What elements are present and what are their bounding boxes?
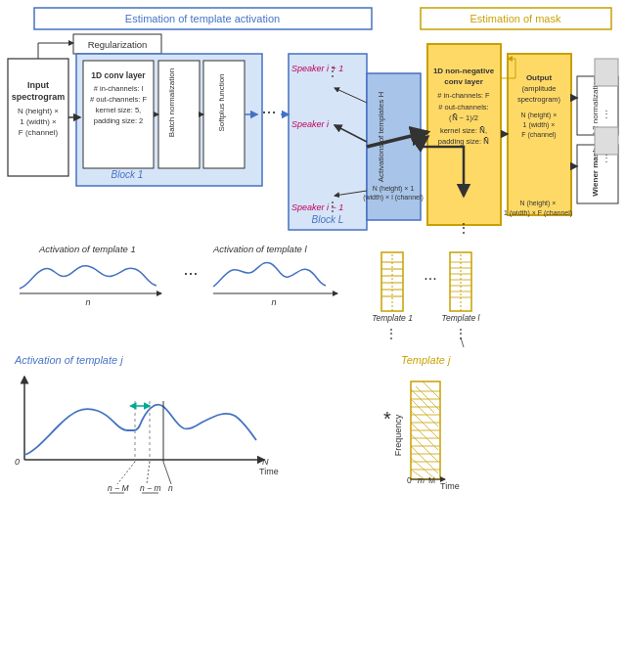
- speaker-i: Speaker i: [291, 119, 330, 129]
- svg-text:⋮: ⋮: [457, 220, 470, 236]
- svg-text:conv layer: conv layer: [444, 77, 483, 86]
- svg-line-97: [147, 462, 150, 484]
- svg-text:⋮: ⋮: [602, 109, 611, 119]
- multiply-symbol: *: [383, 408, 391, 429]
- svg-text:F (channel): F (channel): [521, 131, 556, 139]
- gold-section-label: Estimation of mask: [470, 13, 561, 24]
- svg-text:···: ···: [261, 102, 276, 121]
- act-template-j-title: Activation of template j: [14, 354, 123, 366]
- svg-text:# out-channels:: # out-channels:: [438, 103, 488, 112]
- svg-text:kernel size: N̄,: kernel size: N̄,: [440, 126, 487, 135]
- svg-rect-16: [158, 61, 200, 168]
- freq-label: Frequency: [393, 414, 403, 456]
- svg-text:···: ···: [424, 270, 436, 287]
- svg-rect-127: [595, 127, 618, 155]
- svg-text:Time: Time: [440, 481, 460, 491]
- svg-text:padding size: N̄: padding size: N̄: [438, 137, 489, 146]
- svg-text:(amplitude: (amplitude: [521, 84, 556, 93]
- svg-text:Block L: Block L: [312, 214, 344, 225]
- svg-text:Activations of templates H: Activations of templates H: [377, 92, 385, 183]
- svg-text:Softplus function: Softplus function: [217, 73, 226, 131]
- svg-text:padding size: 2: padding size: 2: [94, 116, 143, 125]
- svg-text:Block 1: Block 1: [112, 169, 144, 180]
- svg-text:0: 0: [15, 457, 20, 467]
- svg-text:n: n: [271, 297, 276, 307]
- svg-text:1D conv layer: 1D conv layer: [91, 70, 146, 80]
- svg-line-54: [421, 137, 427, 142]
- svg-text:(N̄ − 1)/2: (N̄ − 1)/2: [449, 113, 478, 122]
- svg-text:# out-channels: F: # out-channels: F: [90, 95, 147, 104]
- svg-text:Batch normalization: Batch normalization: [167, 68, 176, 137]
- svg-text:⋮: ⋮: [385, 327, 397, 340]
- svg-text:N (height) ×: N (height) ×: [520, 200, 557, 207]
- svg-text:n − M: n − M: [108, 483, 129, 493]
- svg-text:# in-channels: F: # in-channels: F: [437, 91, 490, 100]
- svg-text:1D non-negative: 1D non-negative: [433, 67, 495, 75]
- svg-text:⋮: ⋮: [602, 153, 611, 163]
- regularization-label: Regularization: [88, 39, 148, 50]
- act-template-1-label: Activation of template 1: [38, 244, 136, 254]
- svg-text:···: ···: [183, 263, 198, 283]
- svg-text:F (channel): F (channel): [19, 128, 59, 137]
- svg-text:N: N: [262, 457, 269, 467]
- svg-text:M: M: [428, 475, 435, 485]
- svg-text:1 (width) ×: 1 (width) ×: [20, 117, 57, 126]
- svg-text:Output: Output: [526, 73, 553, 82]
- svg-text:N (height) ×: N (height) ×: [18, 107, 59, 115]
- svg-text:kernel size: 5,: kernel size: 5,: [96, 106, 141, 114]
- svg-text:spectrogram): spectrogram): [517, 95, 561, 104]
- svg-text:0: 0: [407, 475, 412, 485]
- svg-text:spectrogram: spectrogram: [12, 92, 66, 102]
- svg-text:1 (width) × F (channel): 1 (width) × F (channel): [504, 209, 572, 217]
- svg-text:⋮: ⋮: [327, 200, 338, 213]
- svg-text:n: n: [168, 483, 173, 493]
- svg-text:N (height) ×: N (height) ×: [521, 112, 558, 119]
- main-diagram-svg: Estimation of template activation Estima…: [0, 0, 626, 672]
- svg-line-96: [117, 462, 135, 484]
- svg-text:(width) × l (channel): (width) × l (channel): [363, 194, 424, 202]
- svg-text:# in-channels: l: # in-channels: l: [94, 84, 144, 93]
- template-j-title: Template j: [401, 354, 451, 366]
- svg-text:n: n: [85, 297, 90, 307]
- svg-rect-126: [595, 59, 618, 86]
- svg-text:N (height) × 1: N (height) × 1: [373, 185, 415, 193]
- act-template-l-label: Activation of template l: [212, 244, 307, 254]
- svg-text:Template l: Template l: [442, 313, 481, 323]
- diagram-container: Estimation of template activation Estima…: [0, 0, 626, 672]
- svg-text:n − m: n − m: [140, 483, 161, 493]
- svg-text:Time: Time: [259, 467, 279, 476]
- svg-text:⋮: ⋮: [327, 65, 338, 78]
- svg-line-98: [163, 462, 171, 484]
- input-spec-label: Input: [27, 80, 49, 90]
- blue-section-label: Estimation of template activation: [125, 13, 280, 24]
- svg-text:Template 1: Template 1: [372, 313, 413, 323]
- svg-text:1 (width) ×: 1 (width) ×: [523, 121, 556, 129]
